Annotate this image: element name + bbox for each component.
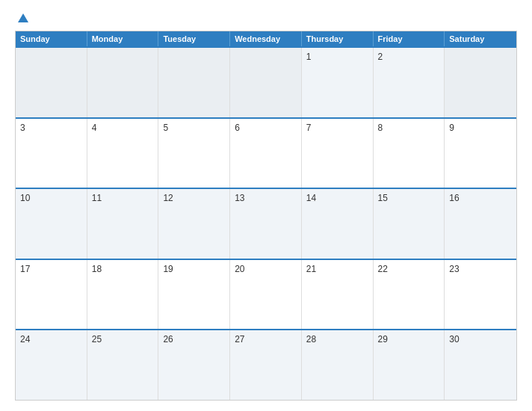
calendar-day-cell: 24 — [16, 330, 87, 400]
calendar-day-cell: 29 — [374, 330, 445, 400]
calendar-day-cell: 2 — [374, 48, 445, 117]
calendar-day-cell: 8 — [374, 119, 445, 188]
calendar-day-cell — [445, 48, 516, 117]
calendar-header-day: Saturday — [445, 31, 516, 46]
calendar-day-cell: 23 — [445, 260, 516, 330]
calendar-day-cell: 26 — [158, 330, 230, 400]
calendar: SundayMondayTuesdayWednesdayThursdayFrid… — [15, 31, 517, 401]
calendar-day-cell: 4 — [87, 119, 159, 188]
calendar-day-cell: 17 — [16, 260, 87, 330]
calendar-day-cell: 18 — [87, 260, 159, 330]
calendar-day-cell: 25 — [87, 330, 159, 400]
calendar-day-cell: 28 — [302, 330, 374, 400]
calendar-day-cell: 7 — [302, 119, 374, 188]
calendar-day-cell — [87, 48, 159, 117]
calendar-day-cell: 3 — [16, 119, 87, 188]
calendar-day-cell: 21 — [302, 260, 374, 330]
calendar-day-cell: 5 — [158, 119, 230, 188]
calendar-week-row: 17181920212223 — [16, 259, 516, 330]
calendar-day-cell: 10 — [16, 189, 87, 259]
calendar-day-cell: 1 — [302, 48, 374, 117]
logo-blue-row — [15, 13, 28, 23]
calendar-week-row: 10111213141516 — [16, 188, 516, 259]
calendar-day-cell: 30 — [445, 330, 516, 400]
calendar-day-cell: 19 — [158, 260, 230, 330]
calendar-header-day: Sunday — [16, 31, 87, 46]
calendar-day-cell: 13 — [230, 189, 302, 259]
calendar-day-cell — [16, 48, 87, 117]
calendar-day-cell: 16 — [445, 189, 516, 259]
calendar-day-cell: 15 — [374, 189, 445, 259]
calendar-day-cell: 9 — [445, 119, 516, 188]
calendar-body: 1234567891011121314151617181920212223242… — [16, 46, 516, 400]
calendar-day-cell: 27 — [230, 330, 302, 400]
calendar-day-cell: 14 — [302, 189, 374, 259]
calendar-header-day: Friday — [374, 31, 445, 46]
calendar-header-row: SundayMondayTuesdayWednesdayThursdayFrid… — [16, 31, 516, 46]
calendar-week-row: 3456789 — [16, 117, 516, 188]
calendar-header-day: Monday — [87, 31, 159, 46]
calendar-day-cell: 6 — [230, 119, 302, 188]
calendar-day-cell — [230, 48, 302, 117]
page: SundayMondayTuesdayWednesdayThursdayFrid… — [0, 0, 532, 411]
calendar-day-cell: 11 — [87, 189, 159, 259]
calendar-day-cell: 20 — [230, 260, 302, 330]
calendar-week-row: 12 — [16, 46, 516, 117]
calendar-day-cell — [158, 48, 230, 117]
logo-triangle-icon — [18, 13, 28, 22]
calendar-day-cell: 22 — [374, 260, 445, 330]
calendar-header-day: Tuesday — [158, 31, 230, 46]
logo — [15, 13, 28, 23]
calendar-header-day: Thursday — [302, 31, 374, 46]
calendar-day-cell: 12 — [158, 189, 230, 259]
calendar-week-row: 24252627282930 — [16, 329, 516, 400]
header — [15, 13, 517, 23]
calendar-header-day: Wednesday — [230, 31, 302, 46]
